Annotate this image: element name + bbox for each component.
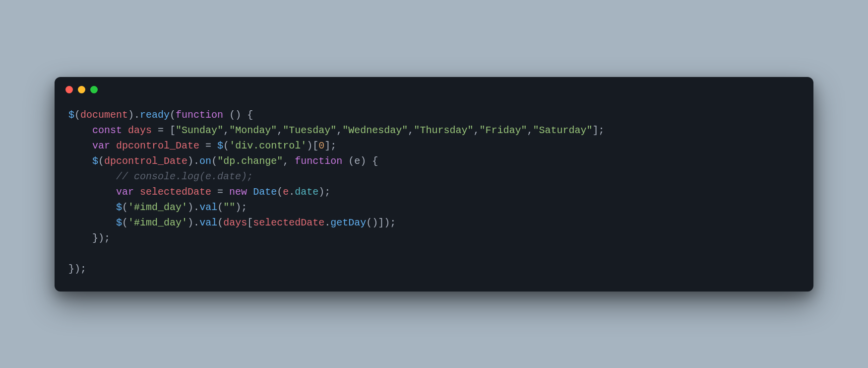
code-token: "	[467, 125, 473, 136]
code-token	[68, 140, 92, 151]
code-token: $	[217, 140, 223, 151]
code-token: .	[324, 217, 330, 228]
code-token: )	[318, 186, 324, 198]
code-token: [	[312, 140, 318, 151]
code-token: "	[414, 125, 420, 136]
code-token: selectedDate	[253, 217, 324, 228]
code-token: document	[80, 109, 128, 121]
code-content: $(document).ready(function () { const da…	[55, 102, 813, 292]
code-token: $	[116, 217, 122, 228]
code-token: days	[223, 217, 247, 228]
code-token: "	[283, 125, 289, 136]
code-editor-window: $(document).ready(function () { const da…	[55, 77, 813, 292]
code-token: ,	[277, 125, 283, 136]
code-token: function	[295, 155, 342, 167]
code-token: .	[193, 217, 199, 228]
code-token: 0	[318, 140, 324, 151]
code-token: val	[199, 202, 217, 213]
code-token: )	[128, 109, 134, 121]
code-token: (	[277, 186, 283, 198]
code-token: (	[342, 155, 354, 167]
code-token: "	[521, 125, 527, 136]
code-token: ,	[223, 125, 229, 136]
code-token	[122, 125, 128, 136]
code-token: Tuesday	[289, 125, 330, 136]
code-token	[68, 155, 92, 167]
code-token: (	[122, 217, 128, 228]
code-token: "	[402, 125, 408, 136]
code-token: "	[176, 125, 182, 136]
code-token: $	[68, 109, 74, 121]
code-token: ""	[223, 202, 235, 213]
code-token: '	[301, 140, 307, 151]
code-token: )	[360, 155, 366, 167]
code-token: "	[277, 155, 283, 167]
code-token: '	[128, 217, 134, 228]
code-token: =	[152, 125, 170, 136]
code-token: (	[223, 140, 229, 151]
maximize-icon[interactable]	[90, 86, 98, 93]
minimize-icon[interactable]	[78, 86, 85, 93]
code-token: dpcontrol_Date	[116, 140, 199, 151]
code-token: e	[354, 155, 360, 167]
code-token: ,	[473, 125, 479, 136]
code-token: e	[283, 186, 289, 198]
code-token: (	[217, 202, 223, 213]
code-token: ;	[599, 125, 605, 136]
code-token: #imd_day	[134, 202, 182, 213]
code-token: '	[128, 202, 134, 213]
code-token	[68, 202, 116, 213]
code-token: ,	[527, 125, 533, 136]
code-token: ready	[140, 109, 170, 121]
code-token: '	[229, 140, 235, 151]
code-token: (	[98, 155, 104, 167]
code-token	[68, 171, 116, 182]
code-token	[134, 186, 140, 198]
code-token: {	[366, 155, 378, 167]
code-token: )	[187, 217, 193, 228]
code-token: (	[74, 109, 80, 121]
code-token: '	[182, 202, 187, 213]
code-token: "	[342, 125, 348, 136]
code-token: ;	[241, 202, 247, 213]
code-token: .	[289, 186, 295, 198]
code-token: selectedDate	[140, 186, 211, 198]
code-token: ]	[324, 140, 330, 151]
code-token: .	[193, 155, 199, 167]
code-token: )	[187, 202, 193, 213]
code-token: var	[92, 140, 110, 151]
code-token: (	[122, 202, 128, 213]
code-token: ;	[390, 217, 396, 228]
code-token: ,	[408, 125, 414, 136]
code-token: Monday	[235, 125, 271, 136]
code-token: "	[330, 125, 336, 136]
code-token: "	[271, 125, 277, 136]
code-token: [	[170, 125, 176, 136]
code-token: [	[247, 217, 253, 228]
code-token: .	[134, 109, 140, 121]
code-token: Sunday	[182, 125, 217, 136]
code-token: '	[182, 217, 187, 228]
code-token: Thursday	[420, 125, 467, 136]
code-token: ,	[336, 125, 342, 136]
code-token: (	[217, 217, 223, 228]
code-token: });	[68, 263, 86, 275]
code-token: ]	[378, 217, 384, 228]
close-icon[interactable]	[65, 86, 73, 93]
code-token: ,	[283, 155, 295, 167]
code-token: $	[92, 155, 98, 167]
code-token: )	[187, 155, 193, 167]
code-token: =	[199, 140, 217, 151]
code-token: div.control	[235, 140, 301, 151]
code-token: {	[241, 109, 253, 121]
code-token: // console.log(e.date);	[116, 171, 253, 182]
code-token: $	[116, 202, 122, 213]
code-token: Saturday	[539, 125, 587, 136]
code-token: "	[217, 155, 223, 167]
code-token	[68, 125, 92, 136]
code-token	[68, 217, 116, 228]
code-token: )	[235, 202, 241, 213]
code-token: });	[92, 232, 110, 244]
code-token: ]	[593, 125, 599, 136]
code-token: "	[587, 125, 593, 136]
